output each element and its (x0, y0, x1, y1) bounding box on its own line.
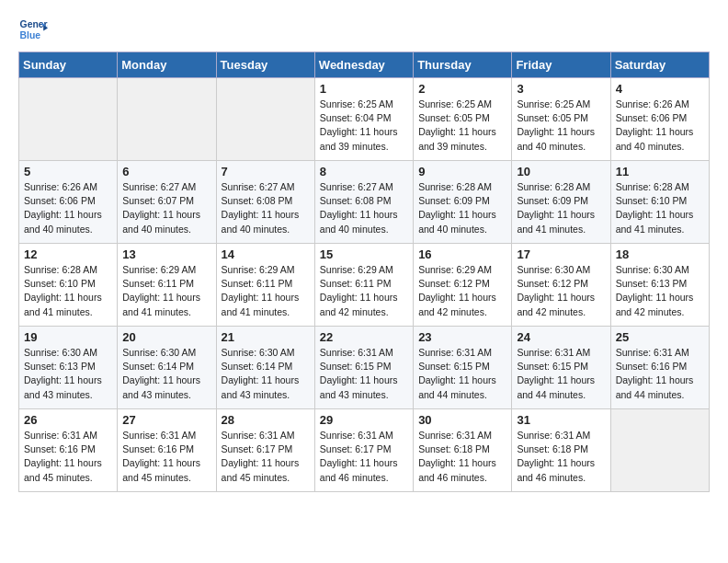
day-info: Sunrise: 6:29 AM Sunset: 6:12 PM Dayligh… (418, 263, 506, 319)
day-info: Sunrise: 6:28 AM Sunset: 6:10 PM Dayligh… (24, 263, 112, 319)
day-info: Sunrise: 6:31 AM Sunset: 6:16 PM Dayligh… (616, 346, 704, 402)
day-number: 30 (418, 413, 506, 427)
day-cell: 20Sunrise: 6:30 AM Sunset: 6:14 PM Dayli… (118, 327, 216, 409)
day-cell: 25Sunrise: 6:31 AM Sunset: 6:16 PM Dayli… (610, 327, 709, 409)
day-cell: 29Sunrise: 6:31 AM Sunset: 6:17 PM Dayli… (314, 409, 413, 492)
day-cell: 19Sunrise: 6:30 AM Sunset: 6:13 PM Dayli… (19, 327, 118, 409)
logo: General Blue (18, 15, 48, 44)
day-cell (118, 78, 216, 161)
day-number: 23 (418, 330, 506, 344)
day-number: 10 (517, 165, 605, 178)
day-cell: 11Sunrise: 6:28 AM Sunset: 6:10 PM Dayli… (610, 161, 709, 244)
day-info: Sunrise: 6:29 AM Sunset: 6:11 PM Dayligh… (222, 263, 310, 319)
day-cell: 8Sunrise: 6:27 AM Sunset: 6:08 PM Daylig… (314, 161, 413, 244)
day-number: 26 (24, 413, 112, 427)
calendar-page: General Blue SundayMondayTuesdayWednesda… (0, 0, 728, 507)
week-row-5: 26Sunrise: 6:31 AM Sunset: 6:16 PM Dayli… (19, 409, 710, 492)
day-number: 27 (122, 413, 210, 427)
week-row-4: 19Sunrise: 6:30 AM Sunset: 6:13 PM Dayli… (19, 327, 710, 409)
day-cell: 10Sunrise: 6:28 AM Sunset: 6:09 PM Dayli… (512, 161, 610, 244)
weekday-header-saturday: Saturday (610, 52, 709, 78)
day-info: Sunrise: 6:30 AM Sunset: 6:13 PM Dayligh… (24, 346, 112, 402)
calendar-table: SundayMondayTuesdayWednesdayThursdayFrid… (18, 52, 710, 492)
day-info: Sunrise: 6:25 AM Sunset: 6:05 PM Dayligh… (517, 98, 605, 154)
day-number: 6 (122, 165, 210, 178)
day-number: 24 (517, 330, 605, 344)
day-info: Sunrise: 6:28 AM Sunset: 6:10 PM Dayligh… (616, 180, 704, 236)
day-cell: 26Sunrise: 6:31 AM Sunset: 6:16 PM Dayli… (19, 409, 118, 492)
day-cell: 6Sunrise: 6:27 AM Sunset: 6:07 PM Daylig… (118, 161, 216, 244)
day-number: 25 (616, 330, 704, 344)
weekday-header-thursday: Thursday (414, 52, 512, 78)
day-number: 29 (320, 413, 408, 427)
day-cell: 12Sunrise: 6:28 AM Sunset: 6:10 PM Dayli… (19, 244, 118, 327)
day-number: 22 (320, 330, 408, 344)
day-cell: 31Sunrise: 6:31 AM Sunset: 6:18 PM Dayli… (512, 409, 610, 492)
day-cell: 13Sunrise: 6:29 AM Sunset: 6:11 PM Dayli… (118, 244, 216, 327)
weekday-header-monday: Monday (118, 52, 216, 78)
day-cell: 3Sunrise: 6:25 AM Sunset: 6:05 PM Daylig… (512, 78, 610, 161)
day-cell: 5Sunrise: 6:26 AM Sunset: 6:06 PM Daylig… (19, 161, 118, 244)
day-number: 13 (122, 247, 210, 261)
day-cell (610, 409, 709, 492)
day-info: Sunrise: 6:31 AM Sunset: 6:15 PM Dayligh… (320, 346, 408, 402)
day-info: Sunrise: 6:26 AM Sunset: 6:06 PM Dayligh… (24, 180, 112, 236)
day-number: 4 (616, 82, 704, 96)
weekday-header-tuesday: Tuesday (216, 52, 314, 78)
day-cell: 27Sunrise: 6:31 AM Sunset: 6:16 PM Dayli… (118, 409, 216, 492)
week-row-3: 12Sunrise: 6:28 AM Sunset: 6:10 PM Dayli… (19, 244, 710, 327)
day-info: Sunrise: 6:25 AM Sunset: 6:04 PM Dayligh… (320, 98, 408, 154)
svg-text:Blue: Blue (20, 30, 41, 40)
day-info: Sunrise: 6:27 AM Sunset: 6:08 PM Dayligh… (222, 180, 310, 236)
day-info: Sunrise: 6:31 AM Sunset: 6:16 PM Dayligh… (122, 429, 210, 485)
day-info: Sunrise: 6:30 AM Sunset: 6:14 PM Dayligh… (122, 346, 210, 402)
day-number: 7 (222, 165, 310, 178)
day-info: Sunrise: 6:26 AM Sunset: 6:06 PM Dayligh… (616, 98, 704, 154)
week-row-1: 1Sunrise: 6:25 AM Sunset: 6:04 PM Daylig… (19, 78, 710, 161)
day-number: 18 (616, 247, 704, 261)
day-info: Sunrise: 6:31 AM Sunset: 6:17 PM Dayligh… (320, 429, 408, 485)
day-info: Sunrise: 6:29 AM Sunset: 6:11 PM Dayligh… (320, 263, 408, 319)
day-number: 3 (517, 82, 605, 96)
day-number: 8 (320, 165, 408, 178)
day-cell: 14Sunrise: 6:29 AM Sunset: 6:11 PM Dayli… (216, 244, 314, 327)
day-info: Sunrise: 6:25 AM Sunset: 6:05 PM Dayligh… (418, 98, 506, 154)
day-cell: 30Sunrise: 6:31 AM Sunset: 6:18 PM Dayli… (414, 409, 512, 492)
day-number: 31 (517, 413, 605, 427)
day-number: 1 (320, 82, 408, 96)
weekday-header-sunday: Sunday (19, 52, 118, 78)
day-number: 5 (24, 165, 112, 178)
day-number: 14 (222, 247, 310, 261)
week-row-2: 5Sunrise: 6:26 AM Sunset: 6:06 PM Daylig… (19, 161, 710, 244)
day-number: 17 (517, 247, 605, 261)
day-number: 16 (418, 247, 506, 261)
day-number: 9 (418, 165, 506, 178)
day-cell: 16Sunrise: 6:29 AM Sunset: 6:12 PM Dayli… (414, 244, 512, 327)
day-info: Sunrise: 6:31 AM Sunset: 6:18 PM Dayligh… (517, 429, 605, 485)
day-info: Sunrise: 6:31 AM Sunset: 6:15 PM Dayligh… (418, 346, 506, 402)
day-info: Sunrise: 6:27 AM Sunset: 6:07 PM Dayligh… (122, 180, 210, 236)
day-cell: 1Sunrise: 6:25 AM Sunset: 6:04 PM Daylig… (314, 78, 413, 161)
day-cell: 9Sunrise: 6:28 AM Sunset: 6:09 PM Daylig… (414, 161, 512, 244)
day-info: Sunrise: 6:30 AM Sunset: 6:13 PM Dayligh… (616, 263, 704, 319)
day-cell: 21Sunrise: 6:30 AM Sunset: 6:14 PM Dayli… (216, 327, 314, 409)
day-cell: 17Sunrise: 6:30 AM Sunset: 6:12 PM Dayli… (512, 244, 610, 327)
day-number: 20 (122, 330, 210, 344)
day-info: Sunrise: 6:31 AM Sunset: 6:16 PM Dayligh… (24, 429, 112, 485)
day-cell: 2Sunrise: 6:25 AM Sunset: 6:05 PM Daylig… (414, 78, 512, 161)
weekday-header-row: SundayMondayTuesdayWednesdayThursdayFrid… (19, 52, 710, 78)
day-info: Sunrise: 6:31 AM Sunset: 6:18 PM Dayligh… (418, 429, 506, 485)
day-info: Sunrise: 6:31 AM Sunset: 6:17 PM Dayligh… (222, 429, 310, 485)
day-info: Sunrise: 6:30 AM Sunset: 6:14 PM Dayligh… (222, 346, 310, 402)
day-info: Sunrise: 6:29 AM Sunset: 6:11 PM Dayligh… (122, 263, 210, 319)
day-info: Sunrise: 6:28 AM Sunset: 6:09 PM Dayligh… (418, 180, 506, 236)
day-cell: 28Sunrise: 6:31 AM Sunset: 6:17 PM Dayli… (216, 409, 314, 492)
day-cell: 15Sunrise: 6:29 AM Sunset: 6:11 PM Dayli… (314, 244, 413, 327)
day-info: Sunrise: 6:31 AM Sunset: 6:15 PM Dayligh… (517, 346, 605, 402)
day-number: 2 (418, 82, 506, 96)
weekday-header-friday: Friday (512, 52, 610, 78)
day-cell (216, 78, 314, 161)
day-info: Sunrise: 6:27 AM Sunset: 6:08 PM Dayligh… (320, 180, 408, 236)
day-cell: 18Sunrise: 6:30 AM Sunset: 6:13 PM Dayli… (610, 244, 709, 327)
day-cell: 24Sunrise: 6:31 AM Sunset: 6:15 PM Dayli… (512, 327, 610, 409)
